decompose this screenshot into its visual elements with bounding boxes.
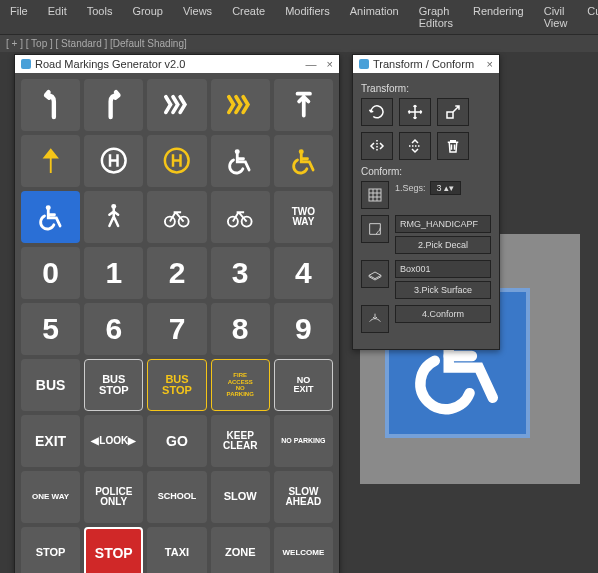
menu-group[interactable]: Group bbox=[122, 3, 173, 31]
tile-stop-red[interactable]: STOP bbox=[84, 527, 143, 573]
tile-helipad-white[interactable] bbox=[84, 135, 143, 187]
mirror-vertical-icon bbox=[406, 137, 424, 155]
tile-zone[interactable]: ZONE bbox=[211, 527, 270, 573]
road-markings-panel: Road Markings Generator v2.0 — × TWO WAY… bbox=[14, 54, 340, 573]
tile-no-exit[interactable]: NO EXIT bbox=[274, 359, 333, 411]
tile-look[interactable]: ◀LOOK▶ bbox=[84, 415, 143, 467]
menu-modifiers[interactable]: Modifiers bbox=[275, 3, 340, 31]
tile-digit-1[interactable]: 1 bbox=[84, 247, 143, 299]
pedestrian-icon bbox=[96, 201, 132, 232]
pick-decal-button[interactable]: 2.Pick Decal bbox=[395, 236, 491, 254]
segs-label: 1.Segs: bbox=[395, 183, 426, 193]
menu-create[interactable]: Create bbox=[222, 3, 275, 31]
arrow-right-turn-icon bbox=[96, 89, 132, 120]
menu-rendering[interactable]: Rendering bbox=[463, 3, 534, 31]
tile-digit-2[interactable]: 2 bbox=[147, 247, 206, 299]
tile-taxi[interactable]: TAXI bbox=[147, 527, 206, 573]
helipad-white-icon bbox=[96, 145, 132, 176]
mirror-horizontal-button[interactable] bbox=[361, 132, 393, 160]
tile-chevrons-yellow[interactable] bbox=[211, 79, 270, 131]
decal-icon-box bbox=[361, 215, 389, 243]
tile-no-parking[interactable]: NO PARKING bbox=[274, 415, 333, 467]
tile-bus[interactable]: BUS bbox=[21, 359, 80, 411]
tile-bicycle-up[interactable] bbox=[147, 191, 206, 243]
chevrons-yellow-icon bbox=[222, 89, 258, 120]
helipad-yellow-icon bbox=[159, 145, 195, 176]
scale-button[interactable] bbox=[437, 98, 469, 126]
close-button[interactable]: × bbox=[487, 58, 493, 70]
road-markings-title: Road Markings Generator v2.0 bbox=[35, 58, 185, 70]
scale-icon bbox=[444, 103, 462, 121]
menu-edit[interactable]: Edit bbox=[38, 3, 77, 31]
menu-tools[interactable]: Tools bbox=[77, 3, 123, 31]
pick-surface-button[interactable]: 3.Pick Surface bbox=[395, 281, 491, 299]
arrow-up-bar-icon bbox=[286, 89, 322, 120]
road-markings-titlebar[interactable]: Road Markings Generator v2.0 — × bbox=[15, 55, 339, 73]
tile-bus-stop-yellow[interactable]: BUS STOP bbox=[147, 359, 206, 411]
tile-slow[interactable]: SLOW bbox=[211, 471, 270, 523]
menu-customize[interactable]: Customize bbox=[577, 3, 598, 31]
tile-bicycle[interactable] bbox=[211, 191, 270, 243]
tile-bus-stop-white[interactable]: BUS STOP bbox=[84, 359, 143, 411]
tile-digit-8[interactable]: 8 bbox=[211, 303, 270, 355]
tile-one-way[interactable]: ONE WAY bbox=[21, 471, 80, 523]
tile-wheelchair-blue[interactable] bbox=[21, 191, 80, 243]
tile-wheelchair-yellow[interactable] bbox=[274, 135, 333, 187]
svg-rect-1 bbox=[447, 112, 453, 118]
tile-wheelchair-white[interactable] bbox=[211, 135, 270, 187]
svg-rect-2 bbox=[369, 189, 381, 201]
tile-pedestrian[interactable] bbox=[84, 191, 143, 243]
tile-go[interactable]: GO bbox=[147, 415, 206, 467]
conform-icon bbox=[367, 311, 383, 327]
menu-civil-view[interactable]: Civil View bbox=[534, 3, 578, 31]
tile-slow-ahead[interactable]: SLOW AHEAD bbox=[274, 471, 333, 523]
tile-digit-3[interactable]: 3 bbox=[211, 247, 270, 299]
move-button[interactable] bbox=[399, 98, 431, 126]
tile-digit-7[interactable]: 7 bbox=[147, 303, 206, 355]
surface-icon bbox=[367, 266, 383, 282]
tile-stop[interactable]: STOP bbox=[21, 527, 80, 573]
menu-animation[interactable]: Animation bbox=[340, 3, 409, 31]
app-icon bbox=[359, 59, 369, 69]
tile-two-way[interactable]: TWO WAY bbox=[274, 191, 333, 243]
minimize-button[interactable]: — bbox=[306, 58, 317, 70]
tile-arrow-up-yellow[interactable] bbox=[21, 135, 80, 187]
tile-exit[interactable]: EXIT bbox=[21, 415, 80, 467]
conform-button[interactable]: 4.Conform bbox=[395, 305, 491, 323]
tile-chevrons-white[interactable] bbox=[147, 79, 206, 131]
tile-fire-access[interactable]: FIRE ACCESS NO PARKING bbox=[211, 359, 270, 411]
close-button[interactable]: × bbox=[327, 58, 333, 70]
tile-digit-6[interactable]: 6 bbox=[84, 303, 143, 355]
transform-title: Transform / Conform bbox=[373, 58, 474, 70]
decal-icon bbox=[367, 221, 383, 237]
mirror-horizontal-icon bbox=[368, 137, 386, 155]
tile-arrow-right-turn[interactable] bbox=[84, 79, 143, 131]
tile-helipad-yellow[interactable] bbox=[147, 135, 206, 187]
menu-graph-editors[interactable]: Graph Editors bbox=[409, 3, 463, 31]
bicycle-icon bbox=[222, 201, 258, 232]
arrow-up-yellow-icon bbox=[33, 145, 69, 176]
segs-spinner[interactable]: 3▴▾ bbox=[430, 181, 461, 195]
tile-digit-9[interactable]: 9 bbox=[274, 303, 333, 355]
tile-keep-clear[interactable]: KEEP CLEAR bbox=[211, 415, 270, 467]
tile-arrow-up-bar[interactable] bbox=[274, 79, 333, 131]
chevrons-white-icon bbox=[159, 89, 195, 120]
tile-police-only[interactable]: POLICE ONLY bbox=[84, 471, 143, 523]
mirror-vertical-button[interactable] bbox=[399, 132, 431, 160]
tile-digit-5[interactable]: 5 bbox=[21, 303, 80, 355]
tile-welcome[interactable]: WELCOME bbox=[274, 527, 333, 573]
segs-value: 3 bbox=[437, 183, 442, 193]
menu-file[interactable]: File bbox=[0, 3, 38, 31]
app-icon bbox=[21, 59, 31, 69]
rotate-button[interactable] bbox=[361, 98, 393, 126]
menu-views[interactable]: Views bbox=[173, 3, 222, 31]
delete-button[interactable] bbox=[437, 132, 469, 160]
tile-school[interactable]: SCHOOL bbox=[147, 471, 206, 523]
transform-titlebar[interactable]: Transform / Conform × bbox=[353, 55, 499, 73]
tile-arrow-left-turn[interactable] bbox=[21, 79, 80, 131]
tile-digit-4[interactable]: 4 bbox=[274, 247, 333, 299]
wheelchair-blue-icon bbox=[33, 201, 69, 232]
surface-name-field: Box001 bbox=[395, 260, 491, 278]
move-icon bbox=[406, 103, 424, 121]
tile-digit-0[interactable]: 0 bbox=[21, 247, 80, 299]
